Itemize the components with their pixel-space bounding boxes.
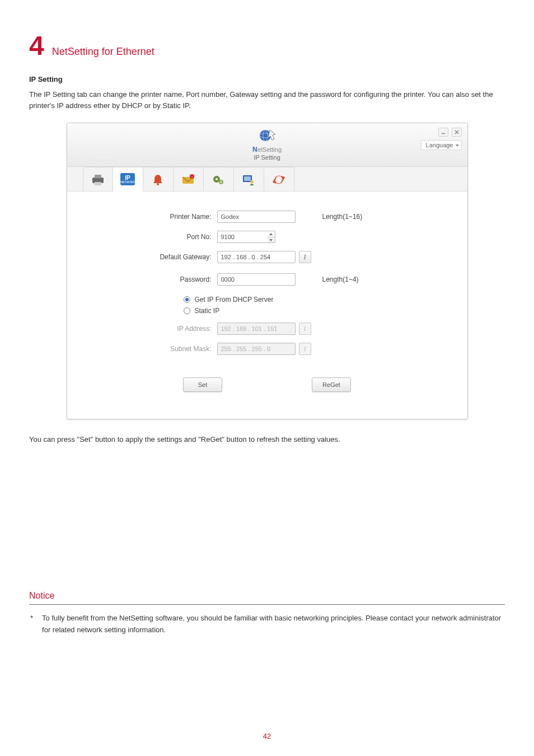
tab-alert[interactable]: [143, 167, 174, 192]
notice-divider: [29, 604, 505, 605]
gateway-label: Default Gateway:: [90, 253, 217, 261]
dhcp-radio-row[interactable]: Get IP From DHCP Server: [184, 296, 445, 304]
radio-off-icon: [184, 307, 190, 314]
ipaddress-label: IP Address:: [90, 325, 217, 333]
printer-name-label: Printer Name:: [90, 213, 217, 221]
chapter-title: NetSetting for Ethernet: [52, 46, 154, 58]
refresh-arrows-icon: [271, 172, 286, 187]
section-heading: IP Setting: [29, 75, 505, 83]
static-radio-label: Static IP: [195, 307, 220, 315]
tab-firmware[interactable]: [264, 167, 294, 192]
gateway-input[interactable]: [217, 251, 296, 263]
ip-network-icon: IPNETWORK: [120, 173, 135, 185]
tab-printer[interactable]: [83, 167, 113, 192]
port-stepper[interactable]: [268, 231, 275, 243]
svg-point-7: [157, 183, 159, 185]
ipaddress-input: [217, 323, 296, 335]
reget-button[interactable]: ReGet: [312, 377, 351, 392]
window-subtitle: IP Setting: [252, 154, 282, 161]
tab-ip-setting[interactable]: IPNETWORK: [113, 167, 143, 192]
subnet-label: Subnet Mask:: [90, 345, 217, 353]
chevron-up-icon: [268, 231, 275, 237]
svg-rect-0: [441, 133, 444, 134]
password-label: Password:: [90, 276, 217, 283]
printer-name-hint: Length(1~16): [322, 213, 363, 221]
tab-settings[interactable]: [204, 167, 234, 192]
minimize-icon: [441, 130, 446, 134]
terminal-user-icon: [241, 172, 256, 187]
tab-mail[interactable]: !: [174, 167, 204, 192]
svg-point-12: [216, 178, 218, 180]
password-hint: Length(1~4): [322, 276, 359, 283]
notice-text: To fully benefit from the NetSetting sof…: [42, 613, 505, 635]
svg-point-14: [221, 181, 222, 183]
subnet-input: [217, 343, 296, 355]
tab-bar: IPNETWORK !: [67, 167, 467, 192]
chapter-heading: 4 NetSetting for Ethernet: [29, 32, 505, 59]
bell-gear-icon: [151, 172, 165, 187]
close-button[interactable]: [452, 128, 462, 137]
tab-terminal[interactable]: [234, 167, 264, 192]
set-button[interactable]: Set: [183, 377, 222, 392]
port-label: Port No:: [90, 233, 217, 241]
password-input[interactable]: [217, 273, 296, 286]
printer-icon: [91, 172, 105, 187]
language-dropdown[interactable]: Language: [421, 140, 462, 150]
notice-bullet: *: [30, 613, 33, 635]
minimize-button[interactable]: [438, 128, 448, 137]
radio-on-icon: [184, 296, 190, 303]
intro-paragraph: The IP Setting tab can change the printe…: [29, 89, 505, 111]
notice-item: * To fully benefit from the NetSetting s…: [29, 613, 505, 635]
window-titlebar: NetSetting IP Setting Language: [67, 123, 467, 167]
app-window: NetSetting IP Setting Language IPNETWORK…: [67, 123, 468, 419]
chapter-number: 4: [29, 32, 44, 59]
svg-rect-6: [95, 182, 101, 185]
chevron-down-icon: [268, 237, 275, 243]
dhcp-radio-label: Get IP From DHCP Server: [195, 296, 274, 304]
app-name: NetSetting: [252, 146, 282, 153]
form-panel: Printer Name: Length(1~16) Port No: Defa…: [67, 192, 467, 419]
gateway-info-button[interactable]: I: [299, 251, 311, 263]
globe-cursor-icon: [257, 128, 277, 144]
port-input[interactable]: [217, 231, 268, 243]
printer-name-input[interactable]: [217, 211, 296, 223]
app-brand: NetSetting IP Setting: [252, 128, 282, 161]
svg-rect-5: [95, 175, 101, 178]
page-number: 42: [0, 732, 534, 740]
static-radio-row[interactable]: Static IP: [184, 307, 445, 315]
after-paragraph: You can press "Set" button to apply the …: [29, 434, 505, 445]
ipaddress-info-button: I: [299, 323, 311, 335]
subnet-info-button: I: [299, 343, 311, 355]
svg-point-17: [250, 180, 254, 184]
notice-heading: Notice: [29, 591, 505, 601]
gears-icon: [211, 172, 226, 187]
close-icon: [455, 130, 459, 134]
svg-rect-16: [244, 176, 251, 181]
mail-alert-icon: !: [181, 172, 195, 187]
